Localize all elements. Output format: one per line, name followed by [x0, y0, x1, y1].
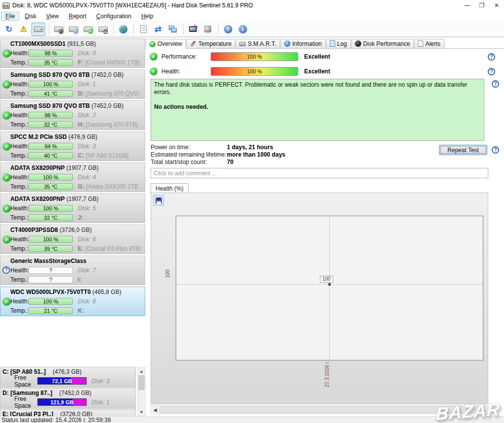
disk-name: CT1000MX500SSD1	[10, 40, 65, 47]
disk-entry[interactable]: ? ADATA SX8200PNP (1907,7 GB) Health: 10…	[0, 194, 145, 223]
menu-item[interactable]: File	[1, 12, 19, 21]
menu-item-label: Help	[141, 13, 154, 20]
scroll-up-icon[interactable]: ▲	[138, 367, 145, 375]
disk-entry[interactable]: ? CT4000P3PSSD8 (3726,0 GB) Health: 100 …	[0, 225, 145, 254]
chart-horizontal-scrollbar[interactable]: ◀ ▶	[151, 405, 488, 414]
sync-button[interactable]: ⇄	[151, 23, 165, 36]
menu-item[interactable]: Help	[137, 12, 158, 21]
temp-value: 32 °C	[44, 122, 58, 128]
network-drives-icon	[119, 25, 127, 33]
scroll-down-icon[interactable]: ▼	[138, 408, 145, 416]
menu-item[interactable]: View	[42, 12, 63, 21]
main-tab[interactable]: Temperature	[187, 39, 235, 48]
main-tab[interactable]: S.M.A.R.T.	[236, 39, 280, 48]
disk-entry[interactable]: ? CT1000MX500SSD1 (931,5 GB) Health: 98 …	[0, 38, 145, 68]
window-title: Disk: 8, WDC WD5000LPVX-75V0TT0 [WXH1EC4…	[12, 2, 253, 9]
main-tab[interactable]: Overview	[146, 39, 186, 49]
refresh-alert-button[interactable]: ⚠	[17, 23, 31, 36]
tab-label: S.M.A.R.T.	[248, 40, 276, 47]
disk-info-block: Power on time: 1 days, 21 hours Estimate…	[151, 144, 285, 166]
info-button[interactable]: i	[236, 23, 250, 36]
disk-status-ok-icon	[2, 204, 11, 213]
drive-name: [Crucial P3 Plus 4TB]	[85, 245, 141, 252]
toolbar-separator	[183, 24, 184, 34]
temp-bar: 40 °C	[29, 152, 73, 159]
disk-size: (465,8 GB)	[93, 289, 122, 295]
repeat-test-button[interactable]: Repeat Test	[439, 145, 487, 155]
help-icon[interactable]: ?	[488, 68, 495, 75]
free-space-label: Free Space	[14, 374, 37, 388]
scrollbar-thumb[interactable]	[159, 406, 479, 413]
disk-name: SPCC M.2 PCIe SSD	[10, 133, 67, 140]
partition-scrollbar[interactable]: ▲ ▼	[137, 367, 146, 416]
main-tab[interactable]: Disk Performance	[351, 39, 414, 48]
refresh-button[interactable]: ↻	[2, 23, 16, 36]
disk-gauge-button[interactable]	[52, 23, 65, 36]
settings-button[interactable]: ✎	[186, 23, 200, 36]
disk-entry[interactable]: ? Samsung SSD 870 QVO 8TB (7452,0 GB) He…	[0, 69, 145, 99]
help-button[interactable]: ?	[221, 23, 235, 36]
disk-entry[interactable]: ? Generic MassStorageClass Health: ? Dis…	[0, 256, 145, 285]
health-label: Health:	[10, 298, 29, 305]
close-button[interactable]: ✕	[489, 0, 504, 11]
scrollbar-thumb[interactable]	[138, 375, 145, 390]
minimize-button[interactable]: —	[460, 0, 474, 11]
menu-item[interactable]: Disk	[20, 12, 40, 21]
menu-item[interactable]: Configuration	[92, 12, 136, 21]
disk-overview-button[interactable]	[32, 23, 45, 36]
menu-item[interactable]: Report	[64, 12, 91, 21]
tab-icon	[418, 40, 423, 47]
health-bar: 98 %	[29, 50, 73, 57]
power-on-label: Power on time:	[151, 144, 227, 151]
report-button[interactable]	[136, 23, 150, 36]
disk-entry[interactable]: ? SPCC M.2 PCIe SSD (476,9 GB) Health: 9…	[0, 131, 145, 161]
performance-label: Performance:	[161, 53, 211, 60]
health-label: Health:	[10, 174, 29, 181]
disk-number: Disk: 7	[78, 267, 96, 274]
main-tab[interactable]: Information	[281, 39, 326, 48]
temp-bar: 35 °C	[29, 183, 73, 190]
tab-label: Information	[292, 40, 322, 47]
disk-status-unknown-icon: ?	[2, 266, 10, 274]
chart-tab[interactable]: Health (%)	[151, 183, 189, 193]
scroll-right-icon[interactable]: ▶	[480, 406, 488, 414]
disk-entry[interactable]: ? WDC WD5000LPVX-75V0TT0 (465,8 GB) Heal…	[0, 287, 145, 316]
drive-name: [Adata SX8200 2TB 2]	[86, 183, 141, 190]
disk-number: Disk: 6	[78, 236, 96, 243]
performance-row: ✓ Performance: 100 % Excellent ?	[150, 52, 500, 62]
help-icon[interactable]: ?	[492, 80, 499, 88]
disk-status-ok-icon	[2, 111, 11, 120]
partition-card[interactable]: D: [Samsung 87..] (7452,0 GB) Free Space…	[0, 388, 136, 409]
main-tab[interactable]: Log	[326, 39, 351, 48]
status-bar: Status last updated: 15.4.2026 г. 20:59:…	[0, 416, 504, 423]
disk-search-button[interactable]	[96, 23, 110, 36]
power-on-value: 1 days, 21 hours	[227, 144, 273, 151]
network-drives-button[interactable]	[116, 23, 130, 36]
help-icon[interactable]: ?	[492, 146, 499, 154]
disk-name: Samsung SSD 870 QVO 8TB	[10, 71, 90, 78]
partition-card[interactable]: E: [Crucial P3 Pl..] (3726,0 GB) Free Sp…	[0, 409, 136, 416]
main-tab[interactable]: Alerts	[414, 39, 444, 48]
tab-label: Temperature	[198, 40, 231, 47]
comment-input[interactable]	[151, 168, 488, 178]
disk-entry[interactable]: ? ADATA SX8200PNP (1907,7 GB) Health: 10…	[0, 163, 145, 192]
drive-name: [Samsung 870 8TB]	[86, 121, 138, 128]
temp-value: 35 °C	[44, 184, 58, 190]
save-chart-button[interactable]	[153, 195, 164, 206]
floppy-icon	[156, 197, 162, 204]
disk-status-box: The hard disk status is PERFECT. Problem…	[151, 79, 484, 141]
disk-clock-button[interactable]	[66, 23, 80, 36]
disk-entry[interactable]: ? Samsung SSD 870 QVO 8TB (7452,0 GB) He…	[0, 100, 145, 130]
sound-button[interactable]	[201, 23, 215, 36]
disk-check-button[interactable]: ✓	[81, 23, 95, 36]
gridline-vertical	[329, 216, 330, 360]
maximize-button[interactable]: ❐	[474, 0, 489, 11]
network-button[interactable]	[166, 23, 180, 36]
disk-size: (1907,7 GB)	[66, 164, 98, 171]
disk-status-ok-icon	[2, 142, 11, 151]
help-icon[interactable]: ?	[488, 53, 495, 61]
scroll-left-icon[interactable]: ◀	[151, 406, 159, 414]
health-bar: 98 %	[29, 112, 73, 119]
disk-number: Disk: 8	[78, 298, 96, 305]
partition-card[interactable]: C: [SP A80 51..] (476,3 GB) Free Space 7…	[0, 367, 136, 388]
